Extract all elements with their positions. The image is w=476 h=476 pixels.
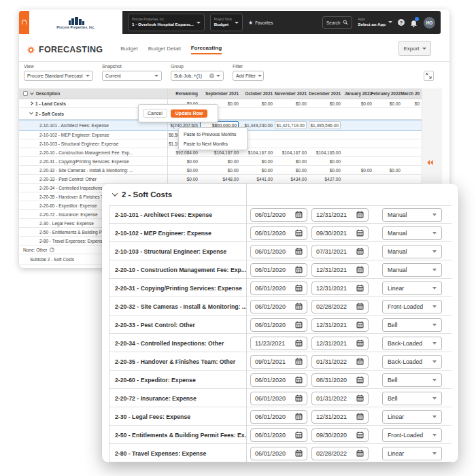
detail-row-description: 2-20-31 - Copying/Printing Services: Exp… [109, 279, 246, 297]
company-logo[interactable]: Procore Properties, Inc. [29, 11, 122, 34]
update-row-button[interactable]: Update Row [171, 109, 207, 118]
end-date-input[interactable]: 12/31/2021 [311, 337, 369, 350]
curve-select[interactable]: Manual [382, 226, 442, 240]
start-date-input[interactable]: 06/01/2020 [250, 263, 307, 277]
fullscreen-icon[interactable] [424, 71, 434, 81]
snapshot-select[interactable]: Current [102, 71, 162, 81]
start-date-input[interactable]: 11/23/2021 [250, 337, 307, 350]
curve-select[interactable]: Front-Loaded [382, 300, 442, 313]
cancel-button[interactable]: Cancel [143, 109, 167, 118]
procore-logo-icon[interactable] [19, 11, 29, 34]
curve-select[interactable]: Back-Loaded [382, 355, 442, 369]
divider [109, 462, 452, 462]
end-date-input[interactable]: 02/28/2022 [311, 447, 369, 460]
start-date-input[interactable]: 06/01/2020 [250, 447, 307, 460]
chevron-down-icon[interactable] [112, 190, 118, 196]
export-button[interactable]: Export [398, 41, 431, 56]
view-filter: View Procore Standard Forecast [24, 64, 93, 81]
curve-value: Bell [388, 395, 398, 402]
end-date-input[interactable]: 12/31/2021 [311, 208, 369, 222]
paste-menu-item[interactable]: Paste to Next Months [179, 139, 247, 148]
curve-select[interactable]: Manual [382, 263, 442, 277]
chevron-right-icon[interactable] [29, 101, 33, 105]
curve-select[interactable]: Linear [382, 410, 442, 424]
value-cell: $1,395,596.00 [309, 120, 343, 130]
start-date-input[interactable]: 06/01/2020 [250, 245, 307, 258]
curve-select[interactable]: Linear [382, 447, 442, 460]
search-button[interactable]: Search [322, 16, 352, 29]
curve-select[interactable]: Linear [382, 282, 442, 295]
notifications-button[interactable] [410, 18, 418, 27]
chevron-down-icon[interactable] [30, 90, 34, 95]
end-date-input[interactable]: 09/30/2021 [311, 226, 369, 240]
calendar-icon [356, 431, 364, 439]
month-input[interactable]: $1,421,719.00 [275, 121, 307, 129]
detail-row-description: 2-10-102 - MEP Engineer: Expense [109, 224, 246, 242]
start-date-input[interactable]: 06/01/2020 [250, 318, 307, 332]
start-date-input[interactable]: 06/01/2020 [250, 300, 307, 313]
calendar-icon [356, 303, 364, 310]
curve-value: Manual [388, 267, 407, 273]
help-icon[interactable]: ? [50, 248, 54, 252]
end-date-input[interactable]: 08/31/2020 [311, 373, 369, 387]
value-cell: $0.00 [374, 166, 403, 174]
column-header: March 20 [403, 88, 422, 99]
tab-forecasting[interactable]: Forecasting [191, 45, 222, 54]
end-date-input[interactable]: 01/31/2022 [311, 392, 369, 405]
curve-select[interactable]: Bell [382, 392, 442, 405]
value-cell [275, 131, 309, 139]
curve-select[interactable]: Manual [382, 245, 442, 258]
end-date-input[interactable]: 12/31/2021 [311, 318, 369, 332]
chevron-down-icon[interactable] [29, 111, 33, 115]
end-date-input[interactable]: 09/30/2020 [311, 428, 369, 442]
group-select[interactable]: Sub Job, +(1) × [171, 71, 224, 81]
curve-select[interactable]: Bell [382, 318, 442, 332]
value-cell: $0.00 [167, 175, 200, 183]
clear-icon[interactable]: × [209, 73, 214, 78]
favorites-button[interactable]: ★ Favorites [248, 20, 273, 26]
curve-value: Linear [388, 413, 404, 420]
curve-select[interactable]: Front-Loaded [382, 428, 442, 442]
detail-panel: 2 - Soft Costs 2-10-101 - Architect Fees… [102, 184, 458, 462]
curve-value: Bell [388, 377, 398, 384]
value-cell [343, 139, 374, 148]
apps-selector[interactable]: Apps Select an App [358, 18, 392, 27]
tab-budget[interactable]: Budget [120, 46, 137, 54]
end-date-input[interactable]: 12/31/2021 [311, 263, 369, 277]
chevron-down-icon [258, 75, 262, 77]
chevron-down-icon [432, 379, 437, 381]
calendar-icon [356, 211, 364, 218]
end-date-input[interactable]: 12/31/2021 [311, 410, 369, 424]
paste-menu-item[interactable]: Paste to Previous Months [179, 129, 247, 139]
start-date-input[interactable]: 06/01/2020 [250, 428, 307, 442]
start-date-input[interactable]: 06/01/2020 [250, 226, 307, 240]
project-selector[interactable]: Procore Properties, Inc. 1 - Overlook Ho… [128, 14, 205, 31]
curve-select[interactable]: Bell [382, 373, 442, 387]
month-input[interactable]: $1,395,596.00 [309, 121, 341, 129]
start-date-input[interactable]: 06/01/2020 [250, 373, 307, 387]
start-date-input[interactable]: 06/01/2020 [250, 392, 307, 405]
end-date-value: 12/31/2021 [316, 340, 347, 347]
end-date-value: 12/31/2021 [316, 267, 347, 273]
value-cell: $104,165.00 [309, 148, 343, 156]
start-date-input[interactable]: 06/01/2020 [250, 282, 307, 295]
end-date-input[interactable]: 02/28/2022 [311, 300, 369, 313]
avatar[interactable]: HO [424, 17, 435, 29]
chevron-down-icon [388, 21, 392, 23]
view-select[interactable]: Procore Standard Forecast [24, 71, 93, 81]
tools-selector[interactable]: Project Tools Budget [210, 14, 243, 31]
add-filter-select[interactable]: Add Filter [233, 71, 264, 81]
calendar-icon [295, 376, 303, 384]
curve-select[interactable]: Back-Loaded [382, 337, 442, 350]
start-date-input[interactable]: 06/01/2020 [250, 410, 307, 424]
tab-budget-detail[interactable]: Budget Detail [148, 46, 181, 54]
end-date-input[interactable]: 01/31/2022 [311, 355, 369, 369]
end-date-input[interactable]: 12/31/2021 [311, 282, 369, 295]
help-icon[interactable]: ? [398, 19, 405, 26]
end-date-input[interactable]: 07/31/2021 [311, 245, 369, 258]
start-date-input[interactable]: 09/01/2021 [250, 355, 307, 369]
start-date-input[interactable]: 06/01/2020 [250, 208, 307, 222]
curve-select[interactable]: Manual [382, 208, 442, 222]
collapse-panel-icon[interactable] [426, 156, 434, 169]
select-all-checkbox[interactable] [23, 91, 28, 96]
